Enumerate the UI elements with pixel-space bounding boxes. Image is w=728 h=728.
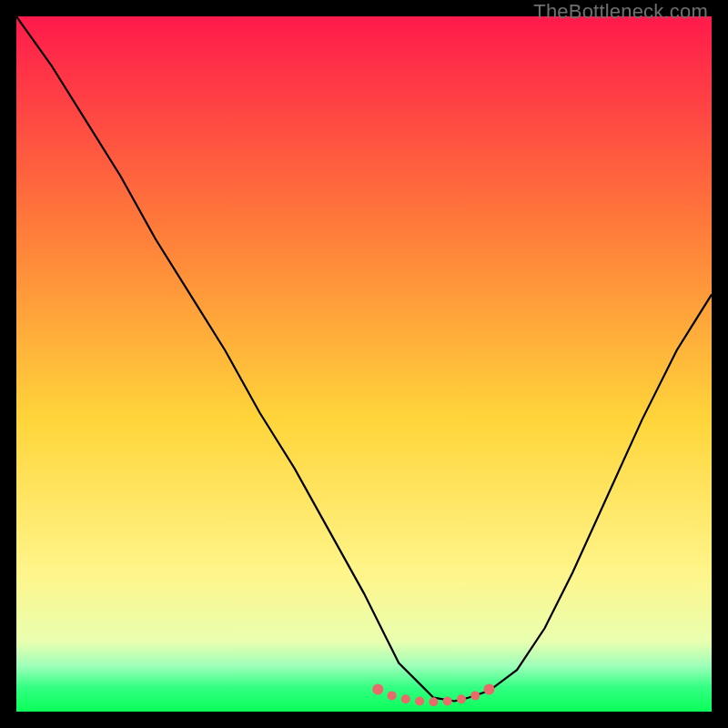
marker-point [401, 694, 410, 703]
marker-point [470, 691, 480, 700]
marker-point [457, 694, 466, 703]
marker-point [429, 697, 438, 706]
chart-frame [16, 16, 712, 712]
marker-point [388, 691, 397, 700]
marker-point [372, 684, 383, 695]
watermark-text: TheBottleneck.com [533, 0, 708, 24]
marker-point [443, 697, 452, 706]
marker-point [415, 697, 424, 706]
bottleneck-chart [16, 16, 712, 712]
marker-point [484, 684, 495, 695]
gradient-background [16, 16, 712, 712]
